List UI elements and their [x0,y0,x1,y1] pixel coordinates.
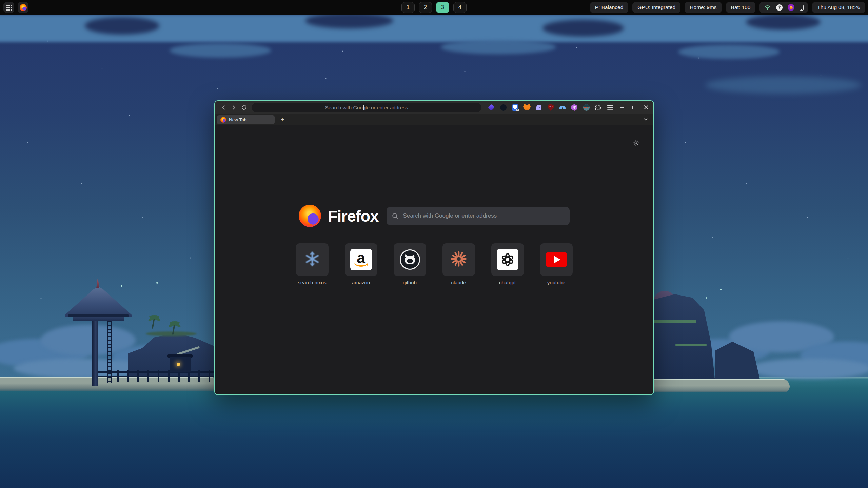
ublock-origin-icon[interactable]: uO [547,104,554,111]
phone-icon[interactable] [800,5,804,11]
firefox-window: uO [214,100,654,395]
workspace-3-button[interactable]: 3 [436,2,449,13]
newtab-search[interactable] [387,207,570,225]
right-beach [654,379,790,392]
desktop: 1 2 3 4 P: Balanced GPU: Integrated Home… [0,0,868,488]
bitwarden-icon[interactable] [511,104,519,111]
topbar: 1 2 3 4 P: Balanced GPU: Integrated Home… [0,0,868,15]
new-tab-button[interactable]: + [278,115,287,124]
workspace-1-button[interactable]: 1 [401,2,415,13]
workspace-2-button[interactable]: 2 [419,2,432,13]
metamask-icon[interactable] [523,104,531,111]
firefox-icon [20,4,27,11]
shortcut-chatgpt[interactable]: chatgpt [491,243,524,285]
clock[interactable]: Thu Aug 08, 18:26 [812,2,865,13]
maximize-button[interactable] [630,103,638,112]
beach-hut [170,357,191,372]
window-controls [618,101,650,114]
profile-mask-icon[interactable] [583,104,590,111]
system-tray [760,2,808,13]
battery-status: Bat: 100 [726,2,756,13]
firefox-launcher-button[interactable] [18,2,28,13]
ping-status: Home: 9ms [685,2,722,13]
claude-icon [450,250,468,269]
chatgpt-icon [497,249,518,270]
shortcut-claude[interactable]: claude [442,243,475,285]
url-input[interactable] [252,103,481,112]
hamburger-menu-icon[interactable] [606,104,614,111]
workspace-4-button[interactable]: 4 [453,2,467,13]
chevron-down-icon[interactable] [643,117,649,124]
bluetooth-icon[interactable] [776,4,783,11]
lit-window [177,363,180,366]
reload-button[interactable] [239,103,249,112]
tower-ladder [107,321,112,383]
shortcut-search-nixos[interactable]: search.nixos [296,243,329,285]
apps-grid-icon [6,5,8,6]
shortcut-github[interactable]: github [394,243,426,285]
gear-icon[interactable] [632,139,640,147]
firewall-flame-icon[interactable] [788,4,794,11]
ghostery-icon[interactable] [535,104,542,111]
firefox-icon [220,117,226,123]
hex-asterisk-icon[interactable] [571,104,578,111]
app-launcher-button[interactable] [3,2,14,13]
nixos-snowflake-icon [304,251,320,268]
workspace-switcher: 1 2 3 4 [401,2,467,13]
gpu-status: GPU: Integrated [632,2,680,13]
watchtower [92,311,98,386]
new-tab-page: Firefox [215,125,653,394]
extensions-row: uO [488,101,614,114]
pier-fence [97,370,215,382]
tab-label: New Tab [229,117,246,122]
forward-button[interactable] [229,103,239,112]
nordvpn-icon[interactable] [559,104,566,111]
dark-reader-icon[interactable] [499,104,507,111]
firefox-wordmark: Firefox [328,207,379,225]
search-icon [392,212,399,221]
amazon-icon: a [350,249,372,270]
shortcut-amazon[interactable]: a amazon [345,243,377,285]
tab-bar: New Tab + [215,114,653,125]
url-bar[interactable] [252,103,481,112]
browser-toolbar: uO [215,101,653,114]
extensions-puzzle-icon[interactable] [594,104,602,111]
tab-new-tab[interactable]: New Tab [217,115,275,124]
wifi-icon[interactable] [764,4,771,11]
shortcut-tiles: search.nixos a amazon github [215,243,653,285]
phantom-wallet-icon[interactable] [488,104,495,111]
close-button[interactable] [642,103,650,112]
power-profile-status: P: Balanced [590,2,629,13]
youtube-icon [546,252,567,267]
shortcut-youtube[interactable]: youtube [540,243,573,285]
back-button[interactable] [218,103,229,112]
minimize-button[interactable] [618,103,627,112]
newtab-hero: Firefox [215,205,653,227]
firefox-logo [299,205,321,227]
github-icon [400,249,420,270]
newtab-search-input[interactable] [387,207,570,225]
text-caret [363,105,364,110]
